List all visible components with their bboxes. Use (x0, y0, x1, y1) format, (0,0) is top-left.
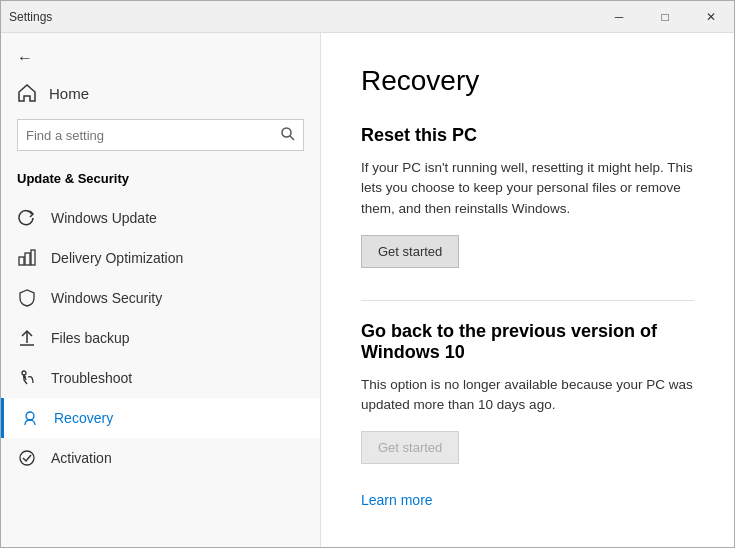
sidebar-item-recovery[interactable]: Recovery (1, 398, 320, 438)
go-back-description: This option is no longer available becau… (361, 375, 694, 416)
svg-rect-2 (19, 257, 24, 265)
svg-rect-4 (31, 250, 35, 265)
sidebar-item-delivery-optimization-label: Delivery Optimization (51, 250, 183, 266)
search-box[interactable] (17, 119, 304, 151)
window: Settings ─ □ ✕ ← Home (0, 0, 735, 548)
windows-security-icon (17, 288, 37, 308)
delivery-optimization-icon (17, 248, 37, 268)
sidebar: ← Home (1, 33, 321, 547)
back-button[interactable]: ← (1, 33, 320, 75)
reset-pc-title: Reset this PC (361, 125, 694, 146)
sidebar-item-files-backup[interactable]: Files backup (1, 318, 320, 358)
section-divider (361, 300, 694, 301)
titlebar-title: Settings (9, 10, 52, 24)
svg-rect-3 (25, 253, 30, 265)
reset-pc-description: If your PC isn't running well, resetting… (361, 158, 694, 219)
svg-line-1 (290, 136, 294, 140)
svg-point-7 (22, 371, 26, 375)
home-label: Home (49, 85, 89, 102)
sidebar-item-files-backup-label: Files backup (51, 330, 130, 346)
back-arrow-icon: ← (17, 49, 33, 67)
search-icon (281, 127, 295, 144)
main-content: Recovery Reset this PC If your PC isn't … (321, 33, 734, 547)
sidebar-item-windows-update[interactable]: Windows Update (1, 198, 320, 238)
home-icon (17, 83, 37, 103)
go-back-section: Go back to the previous version of Windo… (361, 321, 694, 493)
sidebar-item-activation-label: Activation (51, 450, 112, 466)
minimize-button[interactable]: ─ (596, 1, 642, 33)
sidebar-item-recovery-label: Recovery (54, 410, 113, 426)
go-back-title: Go back to the previous version of Windo… (361, 321, 694, 363)
page-title: Recovery (361, 65, 694, 97)
windows-update-icon (17, 208, 37, 228)
troubleshoot-icon (17, 368, 37, 388)
svg-point-0 (282, 128, 291, 137)
files-backup-icon (17, 328, 37, 348)
titlebar: Settings ─ □ ✕ (1, 1, 734, 33)
reset-pc-button[interactable]: Get started (361, 235, 459, 268)
sidebar-item-troubleshoot[interactable]: Troubleshoot (1, 358, 320, 398)
svg-point-8 (26, 412, 34, 420)
sidebar-section-label: Update & Security (1, 167, 320, 198)
maximize-button[interactable]: □ (642, 1, 688, 33)
sidebar-item-activation[interactable]: Activation (1, 438, 320, 478)
close-button[interactable]: ✕ (688, 1, 734, 33)
titlebar-controls: ─ □ ✕ (596, 1, 734, 33)
titlebar-left: Settings (9, 10, 52, 24)
learn-more-link[interactable]: Learn more (361, 492, 433, 508)
sidebar-item-windows-security-label: Windows Security (51, 290, 162, 306)
activation-icon (17, 448, 37, 468)
sidebar-item-windows-security[interactable]: Windows Security (1, 278, 320, 318)
search-input[interactable] (26, 128, 281, 143)
sidebar-item-windows-update-label: Windows Update (51, 210, 157, 226)
sidebar-item-troubleshoot-label: Troubleshoot (51, 370, 132, 386)
reset-pc-section: Reset this PC If your PC isn't running w… (361, 125, 694, 296)
recovery-icon (20, 408, 40, 428)
content-area: ← Home (1, 33, 734, 547)
svg-point-9 (20, 451, 34, 465)
go-back-button[interactable]: Get started (361, 431, 459, 464)
sidebar-item-delivery-optimization[interactable]: Delivery Optimization (1, 238, 320, 278)
sidebar-item-home[interactable]: Home (1, 75, 320, 115)
